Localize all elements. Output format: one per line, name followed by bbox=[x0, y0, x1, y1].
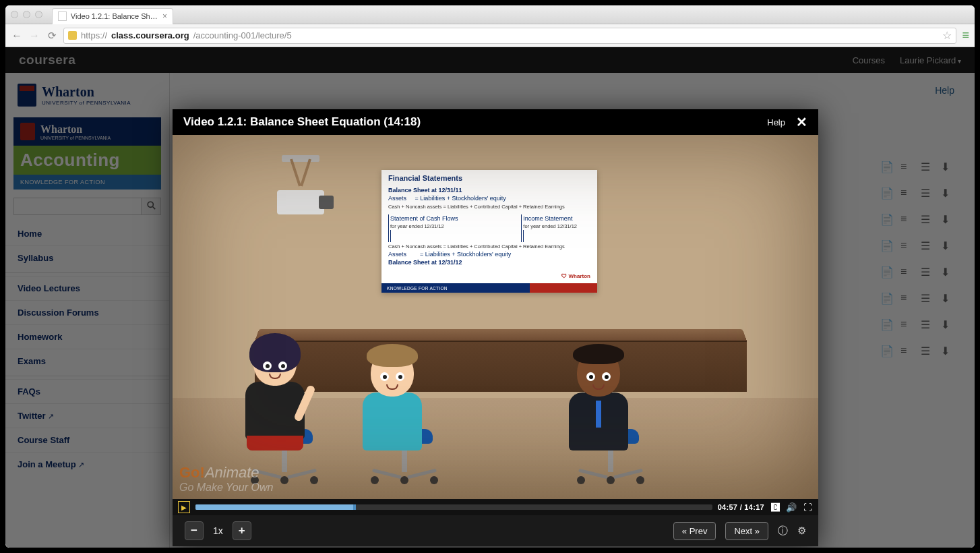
traffic-close[interactable] bbox=[11, 11, 18, 18]
slide-heading: Financial Statements bbox=[381, 170, 597, 185]
slide-eq1b: = Liabilities + Stockholders' equity bbox=[415, 195, 506, 202]
chrome-menu-icon[interactable]: ≡ bbox=[962, 28, 969, 42]
slide-detail1: Cash + Noncash assets = Liabilities + Co… bbox=[388, 204, 565, 210]
slide-right-stmt: Income Statement bbox=[523, 214, 577, 223]
tab-title: Video 1.2.1: Balance Sheet… bbox=[71, 12, 158, 20]
slide-bs2: Balance Sheet at 12/31/12 bbox=[388, 259, 462, 266]
watermark-a: Go! bbox=[179, 464, 205, 481]
volume-icon[interactable]: 🔊 bbox=[786, 502, 797, 512]
lecture-slide: Financial Statements Balance Sheet at 12… bbox=[381, 170, 597, 293]
traffic-zoom[interactable] bbox=[35, 11, 42, 18]
slide-left-range: for year ended 12/31/12 bbox=[390, 223, 458, 230]
time-display: 04:57 / 14:17 bbox=[718, 503, 764, 511]
character-man-1 bbox=[363, 349, 422, 450]
slide-eq2b: = Liabilities + Stockholders' equity bbox=[420, 251, 511, 258]
url-host: class.coursera.org bbox=[111, 30, 189, 40]
watermark-b: Animate bbox=[205, 464, 259, 481]
gear-icon[interactable]: ⚙ bbox=[797, 525, 806, 537]
lock-icon bbox=[68, 31, 77, 40]
address-bar[interactable]: https://class.coursera.org/accounting-00… bbox=[63, 28, 956, 44]
video-scrubber-row: ▶ 04:57 / 14:17 🅲 🔊 ⛶ bbox=[173, 499, 818, 515]
desk-prop bbox=[255, 327, 747, 392]
modal-help-link[interactable]: Help bbox=[767, 117, 785, 127]
prev-button[interactable]: « Prev bbox=[673, 522, 716, 540]
progress-fill bbox=[195, 504, 353, 510]
character-woman bbox=[245, 339, 305, 450]
slide-wharton-mark: 🛡 Wharton bbox=[381, 270, 597, 283]
traffic-minimize[interactable] bbox=[23, 11, 30, 18]
slide-detail2: Cash + Noncash assets = Liabilities + Co… bbox=[388, 243, 565, 250]
window-controls bbox=[11, 11, 42, 18]
video-canvas[interactable]: Financial Statements Balance Sheet at 12… bbox=[173, 135, 818, 499]
video-modal: Video 1.2.1: Balance Sheet Equation (14:… bbox=[173, 109, 818, 546]
play-button[interactable]: ▶ bbox=[178, 501, 190, 513]
speed-increase-button[interactable]: + bbox=[233, 521, 251, 540]
progress-bar[interactable] bbox=[195, 504, 712, 510]
modal-header: Video 1.2.1: Balance Sheet Equation (14:… bbox=[173, 109, 818, 135]
back-button[interactable]: ← bbox=[11, 30, 23, 42]
page-content: coursera Courses Laurie Pickard Wharton … bbox=[5, 47, 975, 548]
watermark-line2: Go Make Your Own bbox=[179, 482, 273, 494]
bookmark-star-icon[interactable]: ☆ bbox=[942, 29, 952, 42]
slide-right-range: for year ended 12/31/12 bbox=[523, 223, 577, 230]
url-path: /accounting-001/lecture/5 bbox=[193, 30, 292, 40]
camera-prop bbox=[267, 155, 334, 214]
info-icon[interactable]: ⓘ bbox=[778, 525, 788, 537]
browser-window: Video 1.2.1: Balance Sheet… × ← → ⟳ http… bbox=[5, 5, 975, 548]
video-controls-row: − 1x + « Prev Next » ⓘ ⚙ bbox=[173, 515, 818, 546]
modal-title: Video 1.2.1: Balance Sheet Equation (14:… bbox=[183, 115, 421, 129]
speed-decrease-button[interactable]: − bbox=[185, 521, 204, 540]
modal-close-button[interactable]: ✕ bbox=[796, 114, 807, 130]
forward-button[interactable]: → bbox=[28, 30, 40, 42]
tab-close-icon[interactable]: × bbox=[162, 11, 167, 21]
speed-label: 1x bbox=[213, 525, 223, 536]
slide-bs1: Balance Sheet at 12/31/11 bbox=[388, 187, 462, 194]
character-man-2 bbox=[569, 349, 628, 450]
reload-button[interactable]: ⟳ bbox=[46, 30, 58, 42]
captions-icon[interactable]: 🅲 bbox=[770, 502, 780, 512]
next-button[interactable]: Next » bbox=[725, 522, 768, 540]
browser-tab[interactable]: Video 1.2.1: Balance Sheet… × bbox=[52, 8, 173, 24]
goanimate-watermark: Go!Animate Go Make Your Own bbox=[179, 464, 273, 494]
page-favicon-icon bbox=[58, 11, 67, 21]
browser-toolbar: ← → ⟳ https://class.coursera.org/account… bbox=[5, 24, 975, 47]
url-protocol: https:// bbox=[81, 30, 107, 40]
slide-footer-text: KNOWLEDGE FOR ACTION bbox=[381, 283, 530, 293]
slide-eq2a: Assets bbox=[388, 251, 406, 258]
fullscreen-icon[interactable]: ⛶ bbox=[802, 502, 813, 512]
slide-left-stmt: Statement of Cash Flows bbox=[390, 214, 458, 223]
slide-eq1a: Assets bbox=[388, 195, 406, 202]
browser-tabstrip: Video 1.2.1: Balance Sheet… × bbox=[5, 5, 975, 24]
